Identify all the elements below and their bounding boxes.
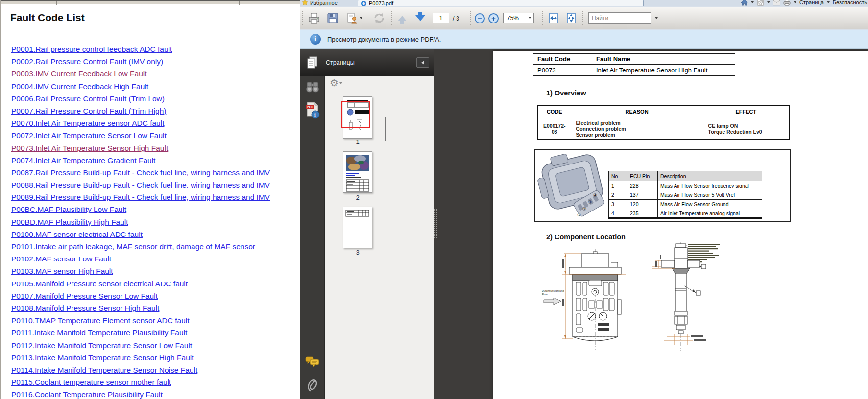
fault-link-p0110[interactable]: P0110.TMAP Temperature Element sensor AD… bbox=[11, 316, 190, 325]
zoom-level-select[interactable]: 75% bbox=[503, 13, 534, 23]
table-row: 4 235 Air Inlet Temperature analog signa… bbox=[609, 209, 762, 218]
find-options-button[interactable] bbox=[652, 12, 661, 24]
pin-no-header: No bbox=[609, 171, 627, 181]
fault-link-p0088[interactable]: P0088.Rail Pressure Build-up Fault - Che… bbox=[11, 181, 270, 189]
previous-page-button[interactable] bbox=[395, 11, 409, 25]
list-item: P0004.IMV Current Feedback High Fault bbox=[11, 82, 300, 94]
thumbnail-page-2[interactable] bbox=[343, 151, 372, 193]
rss-feed-icon[interactable] bbox=[757, 0, 764, 6]
search-pane-button[interactable] bbox=[300, 81, 325, 94]
standards-pane-button[interactable]: PDF i bbox=[300, 101, 325, 120]
fault-link-p0116[interactable]: P0116.Coolant Temperature Plausibility F… bbox=[11, 390, 163, 399]
reader-main-area: Страницы PDF i bbox=[300, 49, 868, 399]
attachments-pane-button[interactable] bbox=[300, 377, 325, 394]
fault-link-p0111[interactable]: P0111.Intake Manifold Temperature Plausi… bbox=[11, 329, 187, 337]
fault-link-p0070[interactable]: P0070.Inlet Air Temperature sensor ADC f… bbox=[11, 119, 164, 127]
tab-p0073-pdf[interactable]: e P0073.pdf bbox=[358, 0, 644, 6]
fault-link-p0105[interactable]: P0105.Manifold Pressure sensor electrica… bbox=[11, 280, 188, 288]
fault-link-p0108[interactable]: P0108.Manifold Pressure Sensor High Faul… bbox=[11, 304, 159, 312]
fault-link-p0087[interactable]: P0087.Rail Pressure Build-up Fault - Che… bbox=[11, 168, 270, 177]
pin-desc: Mass Air Flow Sensor frequency signal bbox=[658, 181, 762, 190]
fault-link-p00bd[interactable]: P00BD.MAF Plausibility High Fault bbox=[11, 218, 128, 226]
current-view-highlight[interactable] bbox=[341, 101, 370, 128]
zoom-out-button[interactable]: − bbox=[475, 13, 485, 23]
pin-ecu: 120 bbox=[627, 200, 658, 209]
pin-marker-2: ② bbox=[582, 207, 586, 211]
comments-pane-button[interactable] bbox=[300, 356, 325, 368]
overview-heading: 1) Overview bbox=[546, 89, 586, 97]
next-page-button[interactable] bbox=[412, 11, 429, 25]
share-dropdown-caret[interactable] bbox=[360, 17, 362, 19]
print-page-icon[interactable] bbox=[783, 0, 791, 6]
favorites-button[interactable]: Избранное bbox=[302, 0, 338, 6]
save-button[interactable] bbox=[325, 11, 340, 25]
pdf-toolbar: / 3 − + 75% bbox=[300, 7, 868, 29]
fault-link-p00bc[interactable]: P00BC.MAF Plausibility Low Fault bbox=[11, 205, 126, 213]
toolbar-grip[interactable] bbox=[391, 11, 393, 25]
pin-no: 1 bbox=[609, 181, 627, 190]
page-menu[interactable]: Страница bbox=[799, 0, 824, 5]
fit-width-icon bbox=[548, 12, 559, 24]
pane-splitter[interactable] bbox=[434, 209, 437, 238]
fault-link-p0100[interactable]: P0100.MAF sensor electrical ADC fault bbox=[11, 230, 143, 238]
list-item: P0103.MAF sensor High Fault bbox=[11, 267, 300, 279]
fault-link-p0074[interactable]: P0074.Inlet Air Temperature Gradient Fau… bbox=[11, 156, 155, 164]
page-number-input[interactable] bbox=[433, 13, 449, 23]
thumbnail-page-3[interactable] bbox=[343, 207, 372, 248]
fault-link-p0114[interactable]: P0114.Intake Manifold Temperature Sensor… bbox=[11, 366, 197, 374]
zoom-dropdown-caret[interactable] bbox=[529, 17, 531, 19]
fault-link-p0004[interactable]: P0004.IMV Current Feedback High Fault bbox=[11, 82, 148, 91]
page-menu-caret[interactable] bbox=[827, 1, 830, 3]
list-item: P0102.MAF sensor Low Fault bbox=[11, 255, 300, 267]
fault-link-p0115[interactable]: P0115.Coolant temperature sensor mother … bbox=[11, 378, 171, 386]
toolbar-grip[interactable] bbox=[582, 11, 584, 25]
fault-link-p0002[interactable]: P0002.Rail Pressure Control Fault (IMV o… bbox=[11, 57, 163, 66]
fault-link-p0007[interactable]: P0007.Rail Pressure Control Fault (Trim … bbox=[11, 107, 166, 115]
collapse-pane-button[interactable] bbox=[416, 57, 429, 68]
print-button[interactable] bbox=[306, 11, 322, 25]
code-col-header: CODE bbox=[538, 105, 571, 118]
feed-dropdown-caret[interactable] bbox=[767, 1, 770, 3]
fault-link-p0107[interactable]: P0107.Manifold Pressure Sensor Low Fault bbox=[11, 292, 158, 300]
pin-desc: Air Inlet Temperature analog signal bbox=[658, 209, 762, 218]
fault-link-p0003[interactable]: P0003.IMV Current Feedback Low Fault bbox=[11, 70, 147, 78]
fault-link-p0073[interactable]: P0073.Inlet Air Temperature Sensor High … bbox=[11, 144, 168, 152]
down-arrow-icon bbox=[415, 15, 425, 21]
list-item: P0072.Inlet Air Temperature Sensor Low F… bbox=[11, 131, 300, 143]
list-item: P0116.Coolant Temperature Plausibility F… bbox=[11, 390, 300, 399]
fit-width-button[interactable] bbox=[546, 11, 561, 25]
collaborate-button-disabled[interactable] bbox=[371, 11, 387, 25]
fault-link-p0072[interactable]: P0072.Inlet Air Temperature Sensor Low F… bbox=[11, 131, 167, 140]
list-item: P0088.Rail Pressure Build-up Fault - Che… bbox=[11, 181, 300, 193]
fault-link-p0089[interactable]: P0089.Rail Pressure Build-up Fault - Che… bbox=[11, 193, 270, 201]
thumbnail-label-2: 2 bbox=[325, 194, 390, 201]
fit-page-button[interactable] bbox=[564, 11, 579, 25]
home-dropdown-caret[interactable] bbox=[751, 1, 754, 3]
find-input[interactable] bbox=[589, 13, 651, 23]
overview-reasons: Electrical problem Connection problem Se… bbox=[571, 118, 703, 140]
zoom-in-button[interactable]: + bbox=[488, 13, 499, 23]
home-icon[interactable] bbox=[741, 0, 748, 6]
print-dropdown-caret[interactable] bbox=[794, 1, 796, 3]
fault-link-p0102[interactable]: P0102.MAF sensor Low Fault bbox=[11, 255, 111, 263]
fault-link-p0112[interactable]: P0112.Intake Manifold Temperature Sensor… bbox=[11, 341, 192, 350]
panel-options-button[interactable]: ⚙ bbox=[330, 77, 342, 89]
safety-menu[interactable]: Безопасность bbox=[833, 0, 867, 5]
browser-window: Избранное e P0073.pdf Страница Безопасно… bbox=[300, 0, 868, 399]
share-button[interactable] bbox=[343, 11, 365, 25]
fault-link-p0006[interactable]: P0006.Rail Pressure Control Fault (Trim … bbox=[11, 94, 165, 103]
fault-link-p0103[interactable]: P0103.MAF sensor High Fault bbox=[11, 267, 113, 275]
fault-link-p0001[interactable]: P0001.Rail pressure control feedback ADC… bbox=[11, 45, 172, 53]
topbar-separator bbox=[239, 1, 240, 5]
list-item: P0074.Inlet Air Temperature Gradient Fau… bbox=[11, 156, 300, 168]
fault-link-p0101[interactable]: P0101.Intake air path leakage, MAF senso… bbox=[11, 242, 255, 251]
flow-arrow bbox=[544, 298, 561, 305]
mail-icon[interactable] bbox=[773, 0, 780, 6]
favorites-star-icon bbox=[302, 0, 308, 6]
nav-pane-header: Страницы bbox=[300, 49, 434, 76]
toolbar-grip[interactable] bbox=[542, 11, 544, 25]
toolbar-grip[interactable] bbox=[470, 11, 472, 25]
toolbar-grip[interactable] bbox=[302, 11, 304, 25]
pdfa-info-bar: i Просмотр документа в режиме PDF/A. bbox=[300, 30, 868, 49]
fault-link-p0113[interactable]: P0113.Intake Manifold Temperature Sensor… bbox=[11, 353, 194, 362]
